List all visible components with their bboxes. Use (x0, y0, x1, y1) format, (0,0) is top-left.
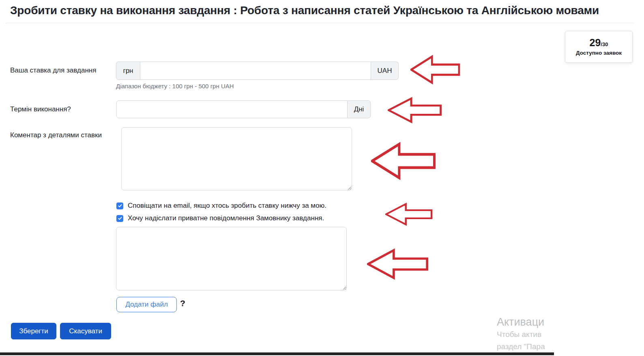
term-suffix-addon: Дні (347, 100, 371, 118)
save-button[interactable]: Зберегти (11, 323, 56, 339)
check-icon (118, 203, 122, 208)
email-notify-label: Сповіщати на email, якщо хтось зробить с… (128, 202, 326, 210)
bid-prefix-addon: грн (116, 62, 140, 80)
email-notify-row: Сповіщати на email, якщо хтось зробить с… (116, 202, 326, 210)
private-message-checkbox[interactable] (116, 215, 123, 222)
private-message-row: Хочу надіслати приватне повідомлення Зам… (116, 214, 324, 222)
quota-count: 29 (590, 37, 601, 48)
add-file-button[interactable]: Додати файл (116, 297, 177, 312)
page-title: Зробити ставку на виконання завдання : Р… (10, 4, 637, 17)
cancel-button[interactable]: Скасувати (60, 323, 111, 339)
term-label: Термін виконання? (10, 105, 71, 113)
windows-activation-watermark: Активаци Чтобы актив раздел "Пара (497, 315, 552, 353)
comment-label: Коментар з деталями ставки (10, 131, 102, 139)
bid-input-group: грн UAH (116, 62, 399, 80)
annotation-arrow-bid (410, 55, 460, 85)
check-icon (118, 216, 122, 221)
watermark-line: Чтобы актив (497, 328, 552, 341)
quota-card: 29/30 Доступно заявок (565, 31, 633, 63)
bid-amount-input[interactable] (140, 62, 371, 80)
quota-count-line: 29/30 (590, 38, 608, 48)
email-notify-checkbox[interactable] (116, 203, 123, 209)
bottom-black-bar (0, 352, 554, 355)
private-message-label: Хочу надіслати приватне повідомлення Зам… (128, 214, 324, 222)
quota-label: Доступно заявок (576, 50, 622, 56)
quota-total: /30 (601, 41, 608, 47)
term-input[interactable] (116, 100, 348, 118)
term-input-group: Дні (116, 100, 371, 118)
watermark-line: Активаци (497, 315, 552, 328)
title-divider (6, 23, 634, 23)
annotation-arrow-private-message (367, 248, 429, 280)
bid-form-page: Зробити ставку на виконання завдання : Р… (0, 0, 644, 356)
watermark-line: раздел "Пара (497, 341, 552, 353)
private-message-textarea[interactable] (116, 227, 347, 290)
bid-budget-helper: Діапазон бюджету : 100 грн - 500 грн UAH (116, 83, 234, 90)
annotation-arrow-comment (371, 142, 436, 180)
annotation-arrow-term (388, 97, 442, 124)
bid-label: Ваша ставка для завдання (10, 66, 96, 75)
comment-textarea[interactable] (121, 127, 352, 190)
help-question-icon[interactable]: ? (180, 298, 185, 308)
annotation-arrow-checkboxes (385, 203, 433, 226)
bid-suffix-addon: UAH (371, 62, 399, 80)
